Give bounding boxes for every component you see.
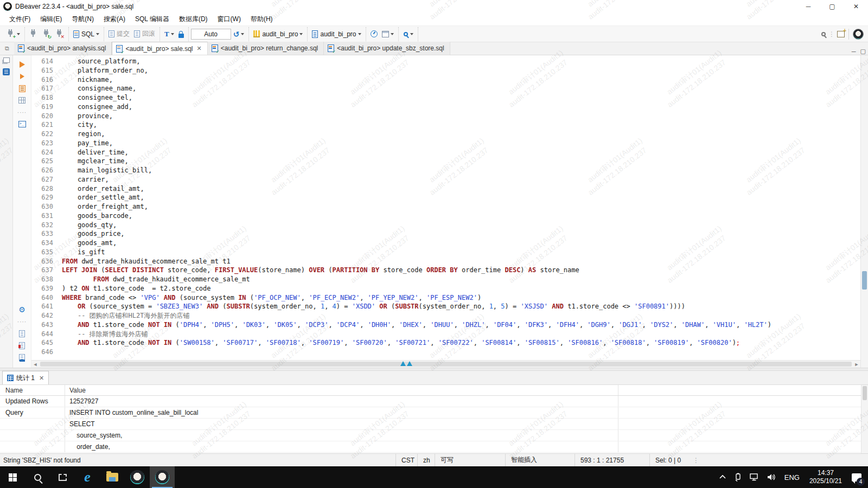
status-write-mode[interactable]: 可写	[435, 454, 505, 466]
code-line-634[interactable]: 634 goods_amt,	[31, 239, 860, 248]
code-line-638[interactable]: 638 FROM dwd_trade_hkaudit_ecommerce_sal…	[31, 275, 860, 284]
dbeaver-taskbar-button-active[interactable]	[150, 466, 175, 488]
delete-script-button[interactable]	[13, 339, 31, 351]
scroll-left-arrow[interactable]: ◄	[31, 362, 39, 367]
disconnect-button[interactable]	[54, 29, 66, 40]
horizontal-scroll-thumb[interactable]	[40, 362, 852, 367]
code-line-616[interactable]: 616 nickname,	[31, 75, 860, 85]
language-indicator[interactable]: ENG	[780, 466, 804, 488]
stats-row-1[interactable]: QueryINSERT INTO custom_online_sale_bill…	[0, 407, 868, 419]
sql-code-view[interactable]: 614 source_platform,615 platform_order_n…	[31, 55, 860, 360]
code-line-643[interactable]: 643 AND t1.store_code NOT IN ('DPH4', 'D…	[31, 320, 860, 330]
code-line-621[interactable]: 621 city,	[31, 120, 860, 130]
script-output-button[interactable]	[13, 351, 31, 363]
transaction-log-button[interactable]: T	[163, 29, 176, 40]
code-line-626[interactable]: 626 main_logistic_bill,	[31, 166, 860, 175]
code-line-646[interactable]: 646	[31, 348, 860, 357]
execute-new-tab-button[interactable]	[13, 70, 31, 82]
schema-selector[interactable]: audit_bi_pro	[310, 29, 362, 39]
restore-view-icon[interactable]	[3, 57, 10, 63]
reconnect-button[interactable]	[41, 29, 53, 40]
rollback-button[interactable]: 回滚	[132, 28, 157, 40]
stats-row-0[interactable]: Updated Rows12527927	[0, 396, 868, 407]
code-line-625[interactable]: 625 mgclear_time,	[31, 157, 860, 166]
close-button[interactable]: ✕	[844, 0, 868, 13]
code-line-636[interactable]: 636FROM dwd_trade_hkaudit_ecommerce_sale…	[31, 257, 860, 266]
code-line-618[interactable]: 618 consignee_tel,	[31, 93, 860, 102]
menu-item-6[interactable]: 窗口(W)	[213, 13, 246, 25]
quick-access-search-button[interactable]	[819, 30, 828, 38]
code-line-642[interactable]: 642 -- 团购的店铺和HL2T海外新开的店铺	[31, 311, 860, 320]
code-line-645[interactable]: 645 AND t1.store_code NOT IN ('SW00158',…	[31, 338, 860, 348]
code-line-623[interactable]: 623 pay_time,	[31, 139, 860, 148]
code-line-633[interactable]: 633 goods_price,	[31, 229, 860, 239]
stats-col-value[interactable]: Value	[65, 385, 618, 395]
action-center-button[interactable]: 4	[847, 466, 868, 488]
execute-statement-button[interactable]	[13, 59, 31, 70]
vertical-scrollbar[interactable]	[860, 55, 868, 368]
minimize-button[interactable]: ─	[796, 0, 820, 13]
status-timezone[interactable]: CST	[395, 454, 417, 466]
code-line-617[interactable]: 617 consignee_name,	[31, 84, 860, 93]
menu-item-3[interactable]: 搜索(A)	[99, 13, 130, 25]
code-line-641[interactable]: 641 OR (source_system = 'SBZE3_NEW3' AND…	[31, 302, 860, 311]
commit-button[interactable]: 提交	[107, 28, 131, 40]
menu-item-4[interactable]: SQL 编辑器	[130, 13, 174, 25]
status-selection-info[interactable]: Sel: 0 | 0	[649, 454, 691, 466]
code-line-627[interactable]: 627 carrier,	[31, 175, 860, 184]
volume-tray-icon[interactable]	[763, 466, 780, 488]
explain-plan-button[interactable]	[13, 94, 31, 106]
code-line-622[interactable]: 622 region,	[31, 130, 860, 139]
taskbar-search-button[interactable]	[25, 466, 50, 488]
vertical-scroll-thumb[interactable]	[862, 271, 867, 290]
new-connection-button[interactable]	[5, 29, 22, 40]
maximize-button[interactable]: ▢	[820, 0, 844, 13]
status-locale[interactable]: zh	[417, 454, 435, 466]
scroll-right-arrow[interactable]: ►	[853, 362, 860, 367]
code-line-619[interactable]: 619 consignee_add,	[31, 102, 860, 112]
status-caret-position[interactable]: 593 : 1 : 21755	[575, 454, 649, 466]
code-line-615[interactable]: 615 platform_order_no,	[31, 66, 860, 75]
menu-item-1[interactable]: 编辑(E)	[35, 13, 67, 25]
save-script-button[interactable]	[13, 328, 31, 339]
restore-panel-icon[interactable]: ⧉	[0, 42, 14, 55]
menu-item-2[interactable]: 导航(N)	[67, 13, 99, 25]
tray-chevron-up-icon[interactable]	[715, 466, 730, 488]
commit-mode-combo[interactable]: Auto	[191, 29, 231, 40]
close-icon[interactable]: ✕	[39, 375, 44, 382]
minimize-editor-icon[interactable]: ─	[852, 48, 856, 55]
task-view-button[interactable]	[50, 466, 75, 488]
menu-item-7[interactable]: 帮助(H)	[246, 13, 278, 25]
code-line-640[interactable]: 640WHERE brand_code <> 'VPG' AND (source…	[31, 293, 860, 303]
dbeaver-taskbar-button[interactable]	[125, 466, 150, 488]
maximize-editor-icon[interactable]: ▢	[860, 48, 866, 55]
code-line-632[interactable]: 632 goods_qty,	[31, 221, 860, 230]
stats-col-name[interactable]: Name	[0, 385, 65, 395]
editor-tab-1[interactable]: <audit_bi_pro> sale.sql✕	[112, 42, 207, 55]
stats-row-4[interactable]: order_date,	[0, 441, 868, 453]
db-search-button[interactable]	[401, 30, 415, 38]
code-line-637[interactable]: 637LEFT JOIN (SELECT DISTINCT store_code…	[31, 266, 860, 275]
code-line-614[interactable]: 614 source_platform,	[31, 57, 860, 66]
execute-script-button[interactable]	[13, 82, 31, 94]
code-line-629[interactable]: 629 order_settle_amt,	[31, 193, 860, 202]
code-line-631[interactable]: 631 goods_barcode,	[31, 211, 860, 221]
internet-explorer-button[interactable]: e	[75, 466, 100, 488]
stats-row-3[interactable]: source_system,	[0, 430, 868, 441]
open-perspective-button[interactable]	[835, 30, 846, 38]
menu-item-0[interactable]: 文件(F)	[4, 13, 35, 25]
dbeaver-perspective-button[interactable]	[851, 28, 865, 41]
code-line-644[interactable]: 644 -- 排除斯博兹海外店铺	[31, 330, 860, 339]
editor-tab-2[interactable]: <audit_bi_pro> return_change.sql	[208, 42, 324, 55]
transaction-history-button[interactable]: ↺	[232, 29, 246, 40]
code-line-630[interactable]: 630 order_freight_amt,	[31, 202, 860, 211]
taskbar-clock[interactable]: 14:37 2025/10/21	[804, 466, 847, 488]
code-line-628[interactable]: 628 order_retail_amt,	[31, 184, 860, 194]
menu-item-5[interactable]: 数据库(D)	[174, 13, 213, 25]
code-line-624[interactable]: 624 deliver_time,	[31, 148, 860, 157]
sql-editor-button[interactable]: SQL	[72, 29, 101, 39]
code-line-620[interactable]: 620 province,	[31, 112, 860, 121]
stats-scrollbar[interactable]	[861, 385, 868, 453]
start-button[interactable]	[0, 466, 25, 488]
tab-statistics[interactable]: 统计 1 ✕	[2, 371, 49, 384]
